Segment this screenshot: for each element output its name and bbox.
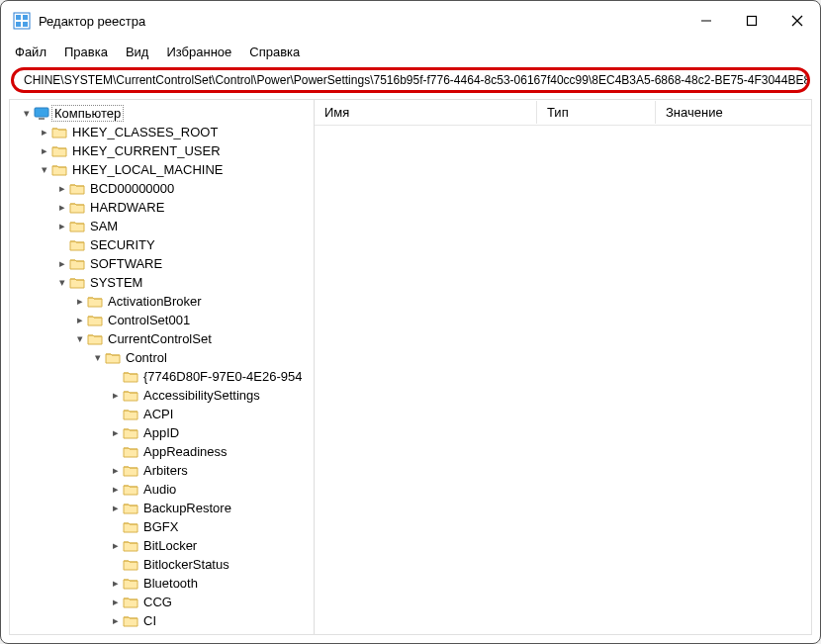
expand-toggle[interactable]: ▸ xyxy=(55,257,69,270)
tree-label: Audio xyxy=(141,482,178,497)
tree-node-bluetooth[interactable]: ▸ Bluetooth xyxy=(14,574,314,593)
tree-node-appid[interactable]: ▸ AppID xyxy=(14,423,314,442)
tree-node-arbiters[interactable]: ▸ Arbiters xyxy=(14,461,314,480)
tree-label: Control xyxy=(124,350,169,365)
tree-node-control[interactable]: ▾ Control xyxy=(14,348,314,367)
registry-tree[interactable]: ▾ Компьютер▸ HKEY_CLASSES_ROOT▸ HKEY_CUR… xyxy=(10,100,315,634)
expand-toggle[interactable] xyxy=(109,446,123,458)
folder-icon xyxy=(123,426,138,440)
close-button[interactable] xyxy=(775,1,820,41)
tree-node-accessibility[interactable]: ▸ AccessibilitySettings xyxy=(14,386,314,405)
menu-favorites[interactable]: Избранное xyxy=(158,43,239,61)
expand-toggle[interactable]: ▸ xyxy=(109,426,123,439)
expand-toggle[interactable]: ▸ xyxy=(55,220,69,232)
tree-node-hklm[interactable]: ▾ HKEY_LOCAL_MACHINE xyxy=(14,160,314,179)
address-input[interactable]: CHINE\SYSTEM\CurrentControlSet\Control\P… xyxy=(11,67,810,93)
folder-icon xyxy=(69,276,85,290)
tree-node-hardware[interactable]: ▸ HARDWARE xyxy=(14,198,314,217)
folder-icon xyxy=(123,445,138,459)
expand-toggle[interactable]: ▸ xyxy=(109,389,123,402)
expand-toggle[interactable]: ▾ xyxy=(38,163,51,176)
tree-label: BitlockerStatus xyxy=(141,557,231,572)
expand-toggle[interactable]: ▾ xyxy=(20,107,34,120)
expand-toggle[interactable] xyxy=(109,409,123,420)
expand-toggle[interactable]: ▸ xyxy=(73,295,87,308)
menu-help[interactable]: Справка xyxy=(241,43,308,61)
menubar: Файл Правка Вид Избранное Справка xyxy=(1,41,820,65)
tree-node-backuprestore[interactable]: ▸ BackupRestore xyxy=(14,499,314,517)
expand-toggle[interactable]: ▸ xyxy=(38,144,51,157)
expand-toggle[interactable]: ▾ xyxy=(55,276,69,289)
tree-node-guid[interactable]: {7746D80F-97E0-4E26-954 xyxy=(14,367,314,386)
expand-toggle[interactable]: ▸ xyxy=(109,464,123,477)
tree-node-ci[interactable]: ▸ CI xyxy=(14,611,314,630)
tree-node-appreadiness[interactable]: AppReadiness xyxy=(14,442,314,461)
column-value[interactable]: Значение xyxy=(656,101,811,124)
expand-toggle[interactable]: ▾ xyxy=(91,351,105,364)
tree-node-bitlocker[interactable]: ▸ BitLocker xyxy=(14,536,314,555)
tree-label: HARDWARE xyxy=(88,200,166,215)
column-name[interactable]: Имя xyxy=(315,101,537,124)
menu-view[interactable]: Вид xyxy=(118,43,157,61)
tree-node-currentcontrolset[interactable]: ▾ CurrentControlSet xyxy=(14,329,314,348)
expand-toggle[interactable] xyxy=(109,559,123,571)
regedit-window: Редактор реестра Файл Правка Вид Избранн… xyxy=(0,0,821,644)
tree-node-controlset001[interactable]: ▸ ControlSet001 xyxy=(14,311,314,329)
svg-rect-4 xyxy=(23,22,28,27)
window-controls xyxy=(684,1,820,41)
expand-toggle[interactable]: ▸ xyxy=(109,577,123,590)
column-type[interactable]: Тип xyxy=(537,101,656,124)
folder-icon xyxy=(123,539,138,553)
tree-node-hkcr[interactable]: ▸ HKEY_CLASSES_ROOT xyxy=(14,123,314,141)
tree-node-bitlockerstatus[interactable]: BitlockerStatus xyxy=(14,555,314,574)
values-pane: Имя Тип Значение xyxy=(315,100,811,634)
expand-toggle[interactable]: ▸ xyxy=(109,596,123,608)
tree-node-audio[interactable]: ▸ Audio xyxy=(14,480,314,499)
expand-toggle[interactable]: ▸ xyxy=(109,539,123,552)
titlebar: Редактор реестра xyxy=(1,1,820,41)
window-title: Редактор реестра xyxy=(39,14,684,29)
tree-node-security[interactable]: SECURITY xyxy=(14,235,314,254)
maximize-button[interactable] xyxy=(729,1,775,41)
expand-toggle[interactable]: ▸ xyxy=(109,502,123,514)
tree-node-system[interactable]: ▾ SYSTEM xyxy=(14,273,314,292)
folder-icon xyxy=(123,558,138,572)
expand-toggle[interactable]: ▸ xyxy=(109,483,123,496)
folder-icon xyxy=(51,163,67,177)
tree-node-bcd[interactable]: ▸ BCD00000000 xyxy=(14,179,314,198)
tree-label: CI xyxy=(141,613,158,628)
expand-toggle[interactable]: ▸ xyxy=(55,201,69,214)
tree-node-acpi[interactable]: ACPI xyxy=(14,405,314,423)
expand-toggle[interactable] xyxy=(55,239,69,251)
expand-toggle[interactable]: ▸ xyxy=(73,314,87,326)
expand-toggle[interactable]: ▸ xyxy=(109,633,123,634)
tree-node-bgfx[interactable]: BGFX xyxy=(14,517,314,536)
regedit-icon xyxy=(13,12,31,30)
minimize-button[interactable] xyxy=(684,1,729,41)
folder-icon xyxy=(123,577,138,591)
expand-toggle[interactable]: ▸ xyxy=(55,182,69,195)
tree-label: ActivationBroker xyxy=(106,294,204,309)
folder-icon xyxy=(69,238,85,252)
columns-header: Имя Тип Значение xyxy=(315,100,811,126)
folder-icon xyxy=(123,520,138,534)
expand-toggle[interactable]: ▸ xyxy=(38,126,51,138)
tree-node-hkcu[interactable]: ▸ HKEY_CURRENT_USER xyxy=(14,141,314,160)
tree-node-sam[interactable]: ▸ SAM xyxy=(14,217,314,235)
tree-label: Class xyxy=(141,632,178,634)
expand-toggle[interactable] xyxy=(109,371,123,383)
tree-node-class[interactable]: ▸ Class xyxy=(14,630,314,634)
menu-file[interactable]: Файл xyxy=(7,43,54,61)
tree-label: BackupRestore xyxy=(141,501,233,515)
tree-node-software[interactable]: ▸ SOFTWARE xyxy=(14,254,314,273)
tree-label: {7746D80F-97E0-4E26-954 xyxy=(141,369,304,384)
menu-edit[interactable]: Правка xyxy=(56,43,116,61)
tree-node-ccg[interactable]: ▸ CCG xyxy=(14,593,314,611)
expand-toggle[interactable] xyxy=(109,521,123,533)
tree-label: AccessibilitySettings xyxy=(141,388,262,403)
expand-toggle[interactable]: ▾ xyxy=(73,332,87,345)
folder-icon xyxy=(51,144,67,158)
tree-node-root[interactable]: ▾ Компьютер xyxy=(14,104,314,123)
tree-node-activationbroker[interactable]: ▸ ActivationBroker xyxy=(14,292,314,311)
expand-toggle[interactable]: ▸ xyxy=(109,614,123,627)
